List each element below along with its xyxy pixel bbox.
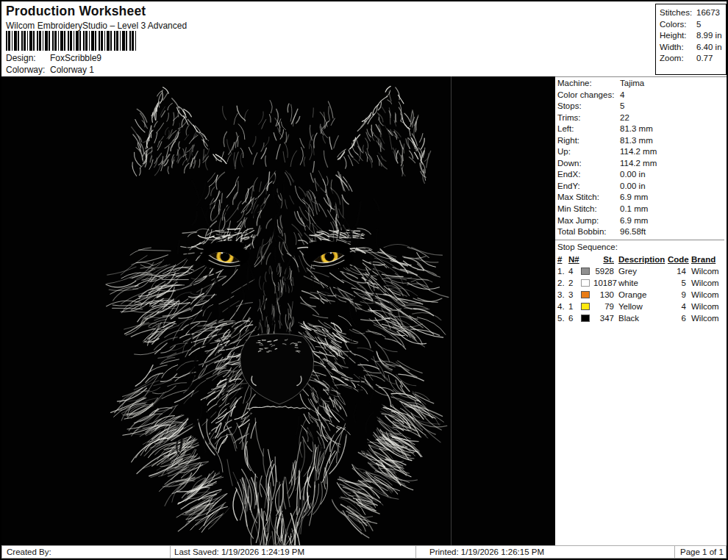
thread-swatch-grey <box>581 268 590 275</box>
printed-cell: Printed: 1/19/2026 1:26:15 PM <box>416 545 675 559</box>
machine-info-panel: Machine:Tajima Color changes:4 Stops:5 T… <box>555 76 727 545</box>
worksheet-footer: Created By: Last Saved: 1/19/2026 1:24:1… <box>1 545 727 559</box>
col-description: Description <box>615 254 668 265</box>
left-row: Left:81.3 mm <box>557 123 727 135</box>
stat-row-width: Width:6.40 in <box>660 42 724 54</box>
stop-sequence-table: # N# St. Description Code Brand 1. 4 592… <box>557 254 724 324</box>
panel-divider <box>555 240 724 240</box>
thread-swatch-yellow <box>581 303 590 310</box>
design-barcode <box>6 31 136 51</box>
col-st: St. <box>593 254 615 265</box>
design-value: FoxScribble9 <box>50 53 101 63</box>
stat-row-height: Height:8.99 in <box>660 30 724 42</box>
stat-row-zoom: Zoom:0.77 <box>660 53 724 65</box>
colorway-label: Colorway: <box>6 65 50 75</box>
created-by-cell: Created By: <box>1 545 171 559</box>
up-row: Up:114.2 mm <box>557 146 727 158</box>
design-row: Design: FoxScribble9 <box>6 53 101 63</box>
stop-sequence-title: Stop Sequence: <box>557 241 727 253</box>
stop-row-3: 3. 3 130 Orange 9 Wilcom <box>557 289 724 301</box>
thread-swatch-orange <box>581 291 590 298</box>
stop-sequence-header: # N# St. Description Code Brand <box>557 254 724 265</box>
max-jump-row: Max Jump:6.9 mm <box>557 215 727 227</box>
stop-row-5: 5. 6 347 Black 6 Wilcom <box>557 312 724 324</box>
stop-row-2: 2. 2 10187 white 5 Wilcom <box>557 277 724 289</box>
total-bobbin-row: Total Bobbin:96.58ft <box>557 226 727 238</box>
page-title: Production Worksheet <box>6 4 146 19</box>
down-row: Down:114.2 mm <box>557 158 727 170</box>
right-row: Right:81.3 mm <box>557 135 727 147</box>
app-subtitle: Wilcom EmbroideryStudio – Level 3 Advanc… <box>6 21 187 31</box>
page-number-cell: Page 1 of 1 <box>675 545 727 559</box>
col-brand: Brand <box>686 254 719 265</box>
stat-row-stitches: Stitches:16673 <box>660 7 724 19</box>
endx-row: EndX:0.00 in <box>557 169 727 181</box>
col-n: N# <box>568 254 581 265</box>
colorway-value: Colorway 1 <box>50 65 94 75</box>
thread-swatch-white <box>581 279 590 287</box>
last-saved-cell: Last Saved: 1/19/2026 1:24:19 PM <box>171 545 416 559</box>
min-stitch-row: Min Stitch:0.1 mm <box>557 204 727 215</box>
wolf-design-preview <box>1 76 555 545</box>
stat-row-colors: Colors:5 <box>660 19 724 31</box>
max-stitch-row: Max Stitch:6.9 mm <box>557 192 727 204</box>
design-stats-box: Stitches:16673 Colors:5 Height:8.99 in W… <box>655 4 727 75</box>
col-code: Code <box>668 254 686 265</box>
stop-row-4: 4. 1 79 Yellow 4 Wilcom <box>557 301 724 312</box>
endy-row: EndY:0.00 in <box>557 181 727 193</box>
colorway-row: Colorway: Colorway 1 <box>6 65 94 75</box>
design-label: Design: <box>6 53 50 63</box>
stops-row: Stops:5 <box>557 101 727 112</box>
stop-row-1: 1. 4 5928 Grey 14 Wilcom <box>557 265 724 277</box>
machine-row: Machine:Tajima <box>557 78 727 90</box>
color-changes-row: Color changes:4 <box>557 90 727 101</box>
thread-swatch-black <box>581 315 590 322</box>
production-worksheet-page: Production Worksheet Wilcom EmbroiderySt… <box>0 0 728 560</box>
col-num: # <box>557 254 568 265</box>
trims-row: Trims:22 <box>557 112 727 124</box>
